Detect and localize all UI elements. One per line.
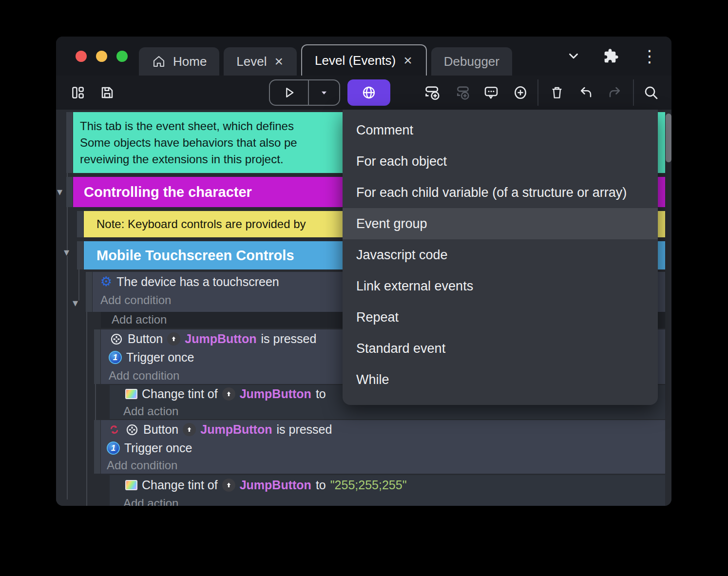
condition-suffix: is pressed <box>276 422 332 437</box>
layout-panels-icon[interactable] <box>67 81 89 104</box>
menu-item-for-each-object[interactable]: For each object <box>343 146 658 177</box>
menu-item-standard-event[interactable]: Standard event <box>343 333 658 364</box>
menu-item-label: Repeat <box>356 310 399 325</box>
tree-line <box>86 305 87 506</box>
string-value: "255;255;255" <box>330 478 407 492</box>
extensions-puzzle-icon[interactable] <box>603 48 619 64</box>
action-text: Change tint of <box>142 387 218 401</box>
action-row[interactable]: Change tint of JumpButton to "255;255;25… <box>110 478 665 492</box>
add-action-label: Add action <box>112 313 167 326</box>
menu-item-link-external-events[interactable]: Link external events <box>343 270 658 302</box>
menu-item-comment[interactable]: Comment <box>343 115 658 146</box>
dpad-icon <box>110 332 123 346</box>
jumpbutton-object-icon <box>167 332 180 346</box>
event-drag-handle[interactable] <box>77 241 83 269</box>
redo-icon[interactable] <box>604 81 626 104</box>
add-action-label: Add action <box>123 497 178 506</box>
jumpbutton-object-icon <box>222 387 235 401</box>
toolbar-divider <box>633 79 634 106</box>
traffic-lights <box>76 51 128 62</box>
condition-text: Trigger once <box>124 441 192 455</box>
add-circle-icon[interactable] <box>509 81 532 104</box>
menu-item-repeat[interactable]: Repeat <box>343 302 658 333</box>
menu-item-label: Standard event <box>356 341 445 356</box>
note-text: Note: Keyboard controls are provided by <box>96 217 306 231</box>
menu-item-javascript-code[interactable]: Javascript code <box>343 239 658 270</box>
web-preview-button[interactable] <box>347 79 390 106</box>
toolbar <box>56 76 671 110</box>
add-condition-button[interactable]: Add condition <box>101 459 665 472</box>
menu-item-label: Event group <box>356 216 427 231</box>
add-subevent-icon[interactable] <box>452 81 474 104</box>
tab-label: Level <box>236 54 267 69</box>
red-swap-icon <box>108 423 121 436</box>
menu-item-label: While <box>356 372 389 387</box>
add-event-context-menu: Comment For each object For each child v… <box>343 110 658 405</box>
action-text: to <box>316 387 326 401</box>
object-name: JumpButton <box>240 478 311 492</box>
condition-row[interactable]: 1 Trigger once <box>101 441 665 455</box>
preview-options-dropdown[interactable] <box>308 80 339 105</box>
overflow-menu-icon[interactable]: ⋮ <box>641 51 658 61</box>
trigger-once-icon: 1 <box>109 351 122 364</box>
tab-home[interactable]: Home <box>139 47 219 76</box>
event-drag-handle[interactable] <box>86 272 92 312</box>
vertical-scrollbar-thumb[interactable] <box>666 114 671 162</box>
tree-line <box>67 256 68 499</box>
group-title: Controlling the character <box>84 184 252 200</box>
event-drag-handle[interactable] <box>94 329 100 384</box>
dpad-icon <box>125 423 139 437</box>
add-event-icon[interactable] <box>421 81 444 104</box>
minimize-window-button[interactable] <box>96 51 107 62</box>
delete-trash-icon[interactable] <box>546 81 568 104</box>
menu-item-label: Comment <box>356 123 413 138</box>
search-icon[interactable] <box>640 81 662 104</box>
collapse-arrow-icon[interactable]: ▾ <box>57 187 62 197</box>
tint-palette-icon <box>125 389 137 399</box>
tab-bar: Home Level × Level (Events) × Debugger <box>139 37 512 76</box>
gear-icon: ⚙ <box>100 275 112 288</box>
event-drag-handle[interactable] <box>66 112 73 173</box>
condition-text: Trigger once <box>126 350 194 365</box>
condition-text: The device has a touchscreen <box>116 275 279 289</box>
add-comment-icon[interactable] <box>480 81 502 104</box>
condition-row[interactable]: Button JumpButton is pressed <box>101 422 665 437</box>
event-drag-handle[interactable] <box>77 211 83 237</box>
add-action-button[interactable]: Add action <box>110 404 665 418</box>
maximize-window-button[interactable] <box>116 51 128 62</box>
actions-jumpbutton-2: Change tint of JumpButton to "255;255;25… <box>110 475 665 506</box>
undo-icon[interactable] <box>575 81 597 104</box>
menu-item-label: Link external events <box>356 279 473 294</box>
condition-text: Button <box>128 332 163 346</box>
add-action-button[interactable]: Add action <box>110 497 665 506</box>
close-tab-icon[interactable]: × <box>274 54 285 69</box>
tint-palette-icon <box>125 480 137 490</box>
condition-suffix: is pressed <box>261 332 316 346</box>
event-drag-handle[interactable] <box>94 420 100 474</box>
object-name: JumpButton <box>240 387 311 401</box>
menu-item-for-each-child-variable[interactable]: For each child variable (of a structure … <box>343 177 658 208</box>
add-condition-label: Add condition <box>109 369 179 383</box>
event-drag-handle[interactable] <box>66 177 73 207</box>
jumpbutton-object-icon <box>183 423 196 436</box>
tab-label: Home <box>173 54 207 69</box>
save-icon[interactable] <box>96 81 118 104</box>
condition-text: Button <box>143 422 178 437</box>
close-window-button[interactable] <box>76 51 87 62</box>
tab-level[interactable]: Level × <box>224 47 297 76</box>
menu-item-event-group[interactable]: Event group <box>343 208 658 239</box>
play-preview-button[interactable] <box>270 80 308 105</box>
tab-level-events[interactable]: Level (Events) × <box>301 44 427 76</box>
close-tab-icon[interactable]: × <box>402 53 413 68</box>
chevron-down-icon[interactable] <box>566 49 581 63</box>
add-action-label: Add action <box>123 404 178 418</box>
home-icon <box>152 54 166 69</box>
screenshot-root: Home Level × Level (Events) × Debugger <box>0 0 728 576</box>
tab-debugger[interactable]: Debugger <box>431 47 512 76</box>
collapse-arrow-icon[interactable]: ▾ <box>64 247 69 258</box>
preview-button-group <box>269 79 340 106</box>
collapse-arrow-icon[interactable]: ▾ <box>73 298 78 308</box>
object-name: JumpButton <box>200 422 272 437</box>
menu-item-while[interactable]: While <box>343 364 658 395</box>
event-jumpbutton-2[interactable]: Button JumpButton is pressed 1 Trigger o… <box>101 420 665 474</box>
